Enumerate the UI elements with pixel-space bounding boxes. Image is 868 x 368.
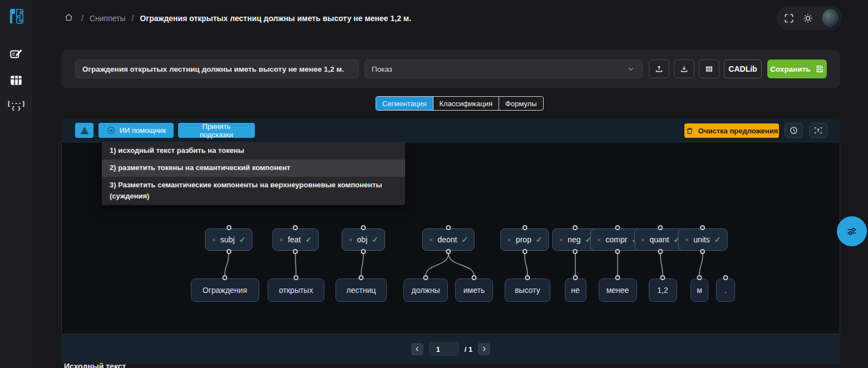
matrix-button[interactable]: [699, 59, 719, 78]
token-node-6[interactable]: высоту: [505, 279, 550, 302]
port-bottom[interactable]: [573, 249, 578, 254]
port-top[interactable]: [573, 225, 578, 230]
approve-component-icon[interactable]: ✓: [461, 235, 468, 244]
remove-component-icon[interactable]: ×: [641, 236, 645, 244]
token-node-2[interactable]: открытых: [268, 279, 324, 302]
approve-component-icon[interactable]: ✓: [305, 235, 312, 244]
remove-component-icon[interactable]: ×: [429, 236, 433, 244]
remove-component-icon[interactable]: ×: [348, 236, 353, 244]
table-icon: [9, 73, 23, 87]
save-button[interactable]: Сохранить: [767, 59, 827, 78]
remove-component-icon[interactable]: ×: [559, 236, 564, 244]
token-node-9[interactable]: 1,2: [649, 279, 677, 302]
clear-sentence-button[interactable]: Очистка предложения: [684, 123, 779, 138]
approve-component-icon[interactable]: ✓: [372, 235, 378, 244]
component-node-obj[interactable]: ×obj✓: [342, 228, 385, 251]
sidebar-item-snippets[interactable]: [8, 47, 24, 61]
avatar[interactable]: [821, 8, 840, 28]
port-bottom[interactable]: [701, 249, 706, 254]
port-bottom[interactable]: [361, 249, 366, 254]
port-bottom[interactable]: [658, 249, 663, 254]
sidebar-item-tables[interactable]: [8, 73, 24, 87]
tab-formulas[interactable]: Формулы: [499, 97, 543, 110]
remove-component-icon[interactable]: ×: [507, 236, 511, 244]
ai-badge-icon: AI: [106, 126, 116, 135]
port-top[interactable]: [423, 275, 428, 280]
token-node-7[interactable]: не: [565, 279, 586, 302]
fullscreen-icon[interactable]: [783, 13, 795, 24]
snippet-text-input[interactable]: [75, 59, 359, 78]
port-top[interactable]: [658, 225, 663, 230]
menu-item-mark-semantic[interactable]: 2) разметить токены на семантический ком…: [102, 160, 405, 177]
approve-component-icon[interactable]: ✓: [714, 235, 721, 244]
menu-item-split-tokens[interactable]: 1) исходный текст разбить на токены: [102, 142, 405, 160]
token-node-5[interactable]: иметь: [455, 279, 493, 302]
page-number-input[interactable]: [429, 342, 459, 356]
remove-component-icon[interactable]: ×: [279, 236, 284, 244]
next-page-button[interactable]: [478, 343, 490, 355]
tab-classification[interactable]: Классификация: [433, 97, 499, 110]
port-top[interactable]: [525, 275, 530, 280]
port-top[interactable]: [472, 275, 477, 280]
component-node-units[interactable]: ×units✓: [678, 228, 728, 251]
app-logo[interactable]: [6, 6, 26, 26]
mode-select[interactable]: Показ: [364, 59, 643, 78]
port-top[interactable]: [359, 275, 364, 280]
component-node-subj[interactable]: ×subj✓: [205, 228, 252, 251]
prev-page-button[interactable]: [411, 343, 423, 355]
accept-hints-button[interactable]: Принять подсказки: [178, 123, 255, 138]
history-button[interactable]: [785, 123, 803, 138]
token-node-10[interactable]: м: [691, 279, 708, 302]
tab-segmentation[interactable]: Сегментация: [376, 97, 433, 110]
upload-icon: [654, 64, 664, 74]
cadlib-button[interactable]: CADLib: [724, 59, 762, 78]
settings-fab[interactable]: [837, 216, 867, 246]
port-bottom[interactable]: [226, 249, 231, 254]
ai-assistant-button[interactable]: AI ИИ помощник: [98, 123, 174, 138]
token-node-8[interactable]: менее: [599, 279, 637, 302]
component-label: feat: [288, 235, 300, 244]
port-bottom[interactable]: [293, 249, 298, 254]
component-node-feat[interactable]: ×feat✓: [273, 228, 319, 251]
port-top[interactable]: [615, 225, 620, 230]
theme-sun-icon[interactable]: [802, 13, 813, 24]
breadcrumb-snippets-link[interactable]: Сниппеты: [90, 14, 126, 23]
port-top[interactable]: [723, 275, 728, 280]
menu-item-mark-toplevel[interactable]: 3) Разметить семантические компоненты на…: [102, 177, 405, 206]
download-button[interactable]: [674, 59, 694, 78]
token-node-1[interactable]: Ограждения: [191, 279, 259, 302]
approve-component-icon[interactable]: ✓: [536, 235, 542, 244]
port-bottom[interactable]: [446, 249, 451, 254]
port-top[interactable]: [446, 225, 451, 230]
port-top[interactable]: [660, 275, 665, 280]
component-node-prop[interactable]: ×prop✓: [500, 228, 549, 251]
upload-button[interactable]: [649, 59, 669, 78]
port-top[interactable]: [615, 275, 620, 280]
port-top[interactable]: [701, 225, 706, 230]
port-top[interactable]: [522, 225, 527, 230]
approve-component-icon[interactable]: ✓: [239, 235, 246, 244]
port-top[interactable]: [361, 225, 366, 230]
port-top[interactable]: [226, 225, 231, 230]
port-top[interactable]: [223, 275, 228, 280]
component-node-deont[interactable]: ×deont✓: [422, 228, 475, 251]
pyramid-button[interactable]: [75, 123, 93, 138]
token-node-11[interactable]: .: [716, 279, 735, 302]
text-select-button[interactable]: [809, 123, 827, 138]
remove-component-icon[interactable]: ×: [597, 236, 601, 244]
chevron-left-icon: [413, 345, 421, 353]
port-top[interactable]: [697, 275, 702, 280]
port-bottom[interactable]: [615, 249, 620, 254]
view-tabs: Сегментация Классификация Формулы: [376, 96, 544, 111]
port-top[interactable]: [294, 275, 299, 280]
port-top[interactable]: [293, 225, 298, 230]
remove-component-icon[interactable]: ×: [211, 236, 216, 244]
remove-component-icon[interactable]: ×: [685, 236, 689, 244]
home-icon[interactable]: [64, 13, 75, 24]
token-node-3[interactable]: лестниц: [336, 279, 387, 302]
token-node-4[interactable]: должны: [403, 279, 448, 302]
port-bottom[interactable]: [522, 249, 527, 254]
sidebar-item-tokens[interactable]: [···]{ }: [8, 99, 24, 113]
breadcrumb: / Сниппеты / Ограждения открытых лестниц…: [64, 13, 411, 24]
port-top[interactable]: [573, 275, 578, 280]
